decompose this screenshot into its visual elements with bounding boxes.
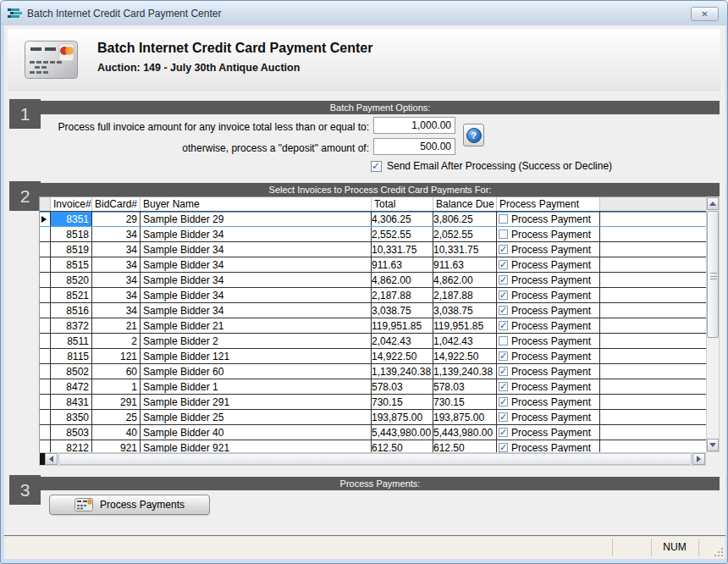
table-row[interactable]: 850340Sample Bidder 405,443,980.005,443,… <box>40 425 706 440</box>
grid-header-process[interactable]: Process Payment <box>497 197 600 211</box>
cell-balance-due[interactable]: 3,806.25 <box>433 212 497 226</box>
process-payment-checkbox[interactable] <box>499 351 508 361</box>
help-button[interactable]: ? <box>463 124 484 147</box>
process-payment-checkbox[interactable] <box>499 397 508 406</box>
cell-invoice[interactable]: 8502 <box>51 364 92 379</box>
row-selector[interactable] <box>40 349 51 363</box>
process-payment-checkbox[interactable] <box>499 245 508 254</box>
cell-bidcard[interactable]: 21 <box>92 318 141 333</box>
process-payment-checkbox[interactable] <box>499 214 508 224</box>
cell-invoice[interactable]: 8516 <box>51 303 92 318</box>
cell-balance-due[interactable]: 578.03 <box>433 379 497 394</box>
grid-vertical-scrollbar[interactable] <box>706 196 720 452</box>
cell-bidcard[interactable]: 2 <box>92 334 141 348</box>
table-row[interactable]: 8115121Sample Bidder 12114,922.5014,922.… <box>40 349 706 364</box>
cell-balance-due[interactable]: 730.15 <box>433 395 497 409</box>
cell-total[interactable]: 2,187.88 <box>372 288 433 302</box>
cell-invoice[interactable]: 8372 <box>51 318 92 333</box>
cell-total[interactable]: 10,331.75 <box>372 242 433 257</box>
cell-balance-due[interactable]: 193,875.00 <box>433 410 497 424</box>
cell-total[interactable]: 193,875.00 <box>372 410 433 424</box>
cell-total[interactable]: 2,042.43 <box>372 334 433 348</box>
deposit-amount-input[interactable] <box>373 138 455 155</box>
table-row[interactable]: 851934Sample Bidder 3410,331.7510,331.75… <box>40 242 706 257</box>
cell-total[interactable]: 2,552.55 <box>372 227 433 241</box>
table-row[interactable]: 852034Sample Bidder 344,862.004,862.00Pr… <box>40 273 706 288</box>
cell-bidcard[interactable]: 291 <box>92 395 141 409</box>
process-payment-checkbox[interactable] <box>499 336 508 346</box>
process-payment-checkbox[interactable] <box>499 306 508 315</box>
cell-balance-due[interactable]: 14,922.50 <box>433 349 497 363</box>
table-row[interactable]: 851634Sample Bidder 343,038.753,038.75Pr… <box>40 303 706 318</box>
process-payment-checkbox[interactable] <box>499 321 508 330</box>
cell-bidcard[interactable]: 29 <box>92 212 141 226</box>
process-payment-checkbox[interactable] <box>499 290 508 300</box>
row-selector[interactable] <box>40 425 51 440</box>
scroll-up-button[interactable] <box>707 197 719 210</box>
table-row[interactable]: 850260Sample Bidder 601,139,240.381,139,… <box>40 364 706 379</box>
table-row[interactable]: 851834Sample Bidder 342,552.552,052.55Pr… <box>40 227 706 242</box>
table-row[interactable]: 8431291Sample Bidder 291730.15730.15Proc… <box>40 395 706 410</box>
cell-bidcard[interactable]: 25 <box>92 410 141 424</box>
scroll-down-button[interactable] <box>707 439 719 451</box>
cell-invoice[interactable]: 8212 <box>51 440 92 452</box>
cell-buyer-name[interactable]: Sample Bidder 34 <box>141 242 372 257</box>
cell-total[interactable]: 911.63 <box>372 257 433 272</box>
row-selector[interactable] <box>40 242 51 257</box>
process-payment-checkbox[interactable] <box>499 382 508 391</box>
cell-invoice[interactable]: 8515 <box>51 257 92 272</box>
grid-header-name[interactable]: Buyer Name <box>141 197 372 211</box>
row-selector[interactable] <box>40 395 51 409</box>
cell-invoice[interactable]: 8520 <box>51 273 92 287</box>
cell-buyer-name[interactable]: Sample Bidder 1 <box>141 379 372 394</box>
title-bar[interactable]: Batch Internet Credit Card Payment Cente… <box>1 1 727 25</box>
cell-buyer-name[interactable]: Sample Bidder 21 <box>141 318 372 333</box>
cell-total[interactable]: 3,038.75 <box>372 303 433 318</box>
grid-header-balance[interactable]: Balance Due <box>433 197 497 211</box>
scroll-right-button[interactable] <box>692 453 705 465</box>
process-payment-checkbox[interactable] <box>499 275 508 285</box>
grid-header-invoice[interactable]: Invoice# <box>51 197 92 211</box>
cell-total[interactable]: 4,306.25 <box>372 212 433 226</box>
cell-invoice[interactable]: 8115 <box>51 349 92 363</box>
process-payment-checkbox[interactable] <box>499 428 508 437</box>
cell-bidcard[interactable]: 40 <box>92 425 141 440</box>
cell-invoice[interactable]: 8511 <box>51 334 92 348</box>
process-payment-checkbox[interactable] <box>499 367 508 376</box>
cell-invoice[interactable]: 8472 <box>51 379 92 394</box>
cell-bidcard[interactable]: 121 <box>92 349 141 363</box>
table-row[interactable]: 837221Sample Bidder 21119,951.85119,951.… <box>40 318 706 334</box>
row-selector[interactable] <box>40 334 51 348</box>
table-row[interactable]: 835025Sample Bidder 25193,875.00193,875.… <box>40 410 706 425</box>
table-row[interactable]: 851534Sample Bidder 34911.63911.63Proces… <box>40 257 706 273</box>
vertical-scroll-thumb[interactable] <box>707 211 719 338</box>
row-selector[interactable] <box>40 273 51 287</box>
table-row[interactable]: 84721Sample Bidder 1578.03578.03Process … <box>40 379 706 395</box>
cell-balance-due[interactable]: 4,862.00 <box>433 273 497 287</box>
close-button[interactable]: ✕ <box>691 7 719 21</box>
cell-buyer-name[interactable]: Sample Bidder 291 <box>141 395 372 409</box>
cell-buyer-name[interactable]: Sample Bidder 40 <box>141 425 372 440</box>
cell-total[interactable]: 578.03 <box>372 379 433 394</box>
cell-balance-due[interactable]: 612.50 <box>433 440 497 452</box>
cell-bidcard[interactable]: 34 <box>92 227 141 241</box>
cell-bidcard[interactable]: 921 <box>92 440 141 452</box>
scroll-left-button[interactable] <box>45 453 58 465</box>
process-payment-checkbox[interactable] <box>499 443 508 452</box>
table-row[interactable]: 8212921Sample Bidder 921612.50612.50Proc… <box>40 440 706 452</box>
cell-balance-due[interactable]: 3,038.75 <box>433 303 497 318</box>
cell-balance-due[interactable]: 119,951.85 <box>433 318 497 333</box>
table-row[interactable]: 852134Sample Bidder 342,187.882,187.88Pr… <box>40 288 706 303</box>
grid-horizontal-scrollbar[interactable] <box>39 452 706 466</box>
cell-buyer-name[interactable]: Sample Bidder 921 <box>141 440 372 452</box>
cell-bidcard[interactable]: 34 <box>92 242 141 257</box>
cell-total[interactable]: 119,951.85 <box>372 318 433 333</box>
cell-total[interactable]: 14,922.50 <box>372 349 433 363</box>
cell-balance-due[interactable]: 1,042.43 <box>433 334 497 348</box>
cell-invoice[interactable]: 8431 <box>51 395 92 409</box>
cell-buyer-name[interactable]: Sample Bidder 121 <box>141 349 372 363</box>
row-selector[interactable] <box>40 288 51 302</box>
row-selector[interactable] <box>40 303 51 318</box>
grid-header-bidcard[interactable]: BidCard# <box>92 197 141 211</box>
cell-balance-due[interactable]: 911.63 <box>433 257 497 272</box>
